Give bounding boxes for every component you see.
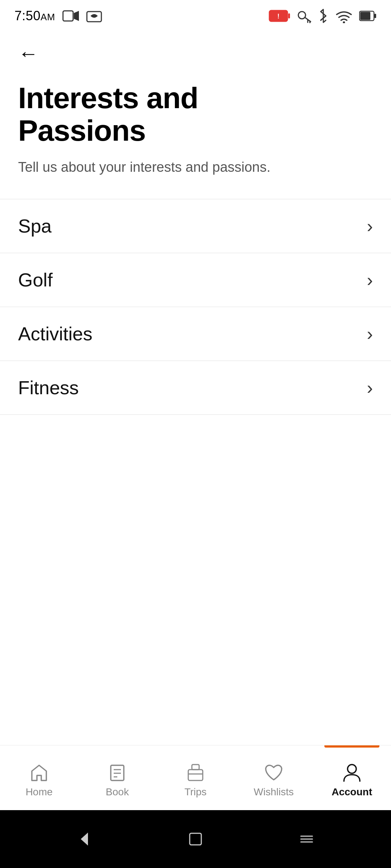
android-back-button[interactable]	[75, 830, 94, 848]
svg-rect-20	[188, 770, 203, 780]
nav-item-trips-label: Trips	[184, 786, 206, 798]
bottom-navigation: Home Book Trips Wishlists Account	[0, 745, 391, 810]
page-title: Interests andPassions	[18, 82, 373, 147]
page-subtitle: Tell us about your interests and passion…	[18, 158, 373, 177]
wishlist-icon	[264, 762, 284, 783]
chevron-right-icon-golf: ›	[367, 269, 373, 290]
svg-rect-19	[192, 765, 199, 770]
nav-item-trips[interactable]: Trips	[156, 745, 235, 810]
key-icon	[297, 9, 311, 23]
book-icon	[107, 762, 127, 783]
svg-rect-13	[360, 12, 370, 20]
bluetooth-icon	[318, 8, 329, 24]
home-icon	[29, 762, 49, 783]
wallet-icon	[85, 9, 103, 23]
svg-marker-23	[81, 833, 88, 846]
svg-rect-14	[374, 14, 376, 18]
interests-list: Spa › Golf › Activities › Fitness ›	[0, 192, 391, 422]
chevron-right-icon-fitness: ›	[367, 377, 373, 398]
chevron-right-icon-activities: ›	[367, 323, 373, 344]
nav-item-wishlists[interactable]: Wishlists	[235, 745, 313, 810]
nav-item-wishlists-label: Wishlists	[254, 786, 294, 798]
back-button[interactable]: ←	[18, 42, 38, 65]
list-item-activities[interactable]: Activities ›	[0, 307, 391, 361]
trips-icon	[185, 762, 206, 783]
list-item-label-golf: Golf	[18, 269, 52, 291]
wifi-icon	[335, 9, 353, 23]
svg-rect-24	[190, 833, 201, 845]
android-nav-bar	[0, 810, 391, 868]
page-title-section: Interests andPassions Tell us about your…	[0, 71, 391, 192]
svg-rect-0	[63, 11, 73, 21]
svg-text:!: !	[277, 13, 279, 20]
status-ampm: AM	[41, 12, 55, 22]
nav-item-home[interactable]: Home	[0, 745, 78, 810]
svg-point-22	[348, 765, 356, 773]
status-time: 7:50AM	[14, 8, 55, 24]
status-bar: 7:50AM !	[0, 0, 391, 29]
android-recents-button[interactable]	[297, 830, 316, 848]
svg-marker-1	[74, 11, 79, 21]
nav-item-account[interactable]: Account	[313, 745, 391, 810]
list-item-spa[interactable]: Spa ›	[0, 199, 391, 253]
nav-item-book[interactable]: Book	[78, 745, 156, 810]
video-camera-icon	[62, 9, 80, 22]
battery-icon: !	[269, 9, 290, 23]
svg-point-11	[343, 21, 345, 23]
main-content: ← Interests andPassions Tell us about yo…	[0, 29, 391, 429]
list-item-label-spa: Spa	[18, 215, 52, 237]
account-icon	[342, 762, 362, 783]
status-icons-right: !	[269, 8, 377, 24]
device-battery-icon	[359, 10, 377, 22]
status-icons-left	[62, 9, 103, 23]
list-item-golf[interactable]: Golf ›	[0, 253, 391, 307]
list-item-label-activities: Activities	[18, 323, 92, 345]
status-left: 7:50AM	[14, 8, 103, 24]
svg-rect-4	[288, 13, 290, 18]
nav-item-book-label: Book	[106, 786, 129, 798]
list-item-fitness[interactable]: Fitness ›	[0, 361, 391, 415]
nav-item-account-label: Account	[332, 786, 372, 798]
chevron-right-icon-spa: ›	[367, 216, 373, 237]
list-item-label-fitness: Fitness	[18, 377, 79, 399]
nav-item-home-label: Home	[26, 786, 53, 798]
nav-back: ←	[0, 29, 391, 71]
android-home-button[interactable]	[186, 830, 205, 848]
